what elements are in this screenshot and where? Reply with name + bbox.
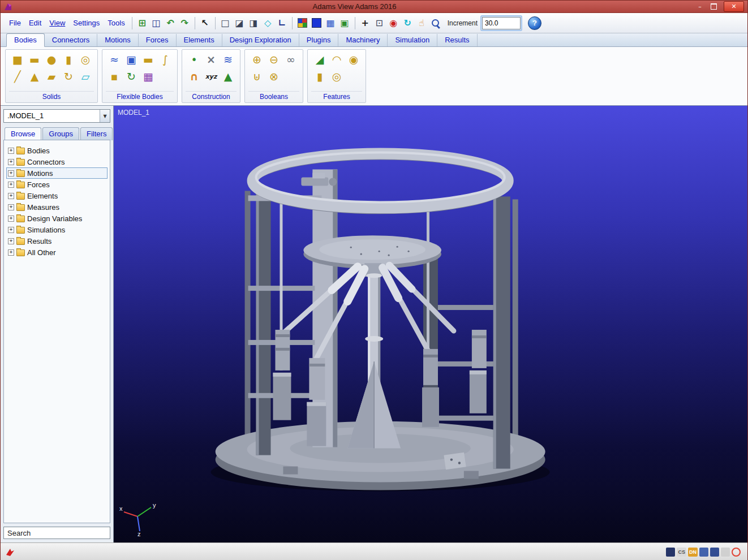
point-icon[interactable]: • <box>186 51 203 67</box>
expand-icon[interactable] <box>8 182 14 188</box>
xyz-triad-icon[interactable]: xyz <box>203 68 220 84</box>
expand-icon[interactable] <box>8 216 14 222</box>
shaded-view-icon[interactable]: ◪ <box>233 16 247 30</box>
menu-settings[interactable]: Settings <box>69 17 104 29</box>
tree-item-results[interactable]: Results <box>6 235 108 247</box>
plane-icon[interactable]: ▱ <box>77 68 94 84</box>
beam-icon[interactable]: ▬ <box>140 51 157 67</box>
tree-item-connectors[interactable]: Connectors <box>6 156 108 167</box>
plate-icon[interactable]: ▰ <box>43 68 60 84</box>
fe-part-icon[interactable]: ▣ <box>123 51 140 67</box>
model-selector[interactable]: .MODEL_1 ▼ <box>3 109 110 123</box>
select-pointer-icon[interactable]: ↖ <box>198 16 212 30</box>
tab-filters[interactable]: Filters <box>80 127 113 140</box>
tab-motions[interactable]: Motions <box>97 34 139 46</box>
discrete-link-icon[interactable]: ▪ <box>106 68 123 84</box>
origin-axes-icon[interactable]: ∟ <box>275 16 289 30</box>
save-database-icon[interactable]: ◫ <box>149 16 164 30</box>
fillet-icon[interactable]: ◠ <box>328 51 345 67</box>
intersect-icon[interactable]: ⊗ <box>265 68 282 84</box>
tab-browse[interactable]: Browse <box>5 127 41 140</box>
tree-item-all-other[interactable]: All Other <box>6 247 108 258</box>
search-input[interactable] <box>3 527 110 539</box>
link-icon[interactable]: ▬ <box>26 51 43 67</box>
rod-icon[interactable]: ╱ <box>9 68 26 84</box>
boss-icon[interactable]: ▮ <box>311 68 328 84</box>
increment-input[interactable] <box>482 17 521 29</box>
pan-view-icon[interactable]: ☝ <box>415 16 429 30</box>
cone-icon[interactable]: ▲ <box>26 68 43 84</box>
tree-item-measures[interactable]: Measures <box>6 201 108 213</box>
tab-simulation[interactable]: Simulation <box>388 34 437 46</box>
revolution-icon[interactable]: ↻ <box>60 68 77 84</box>
flex-curve-icon[interactable]: ∫ <box>157 51 174 67</box>
tree-item-forces[interactable]: Forces <box>6 179 108 190</box>
union-icon[interactable]: ⊕ <box>248 51 265 67</box>
minimize-button[interactable]: – <box>693 2 707 11</box>
expand-icon[interactable] <box>8 159 14 165</box>
expand-icon[interactable] <box>8 193 14 199</box>
chamfer-icon[interactable]: ◢ <box>311 51 328 67</box>
tree-item-simulations[interactable]: Simulations <box>6 224 108 235</box>
menu-file[interactable]: File <box>5 17 25 29</box>
help-button[interactable]: ? <box>528 16 541 30</box>
isometric-view-icon[interactable]: ◇ <box>261 16 275 30</box>
undo-icon[interactable]: ↶ <box>164 16 178 30</box>
wireframe-view-icon[interactable]: ◨ <box>247 16 261 30</box>
tree-item-design-variables[interactable]: Design Variables <box>6 213 108 224</box>
merge-icon[interactable]: ⊎ <box>248 68 265 84</box>
background-style-icon[interactable] <box>309 16 324 30</box>
rotate-view-icon[interactable]: ↻ <box>401 16 415 30</box>
tab-design-exploration[interactable]: Design Exploration <box>222 34 299 46</box>
shell-icon[interactable]: ◎ <box>328 68 345 84</box>
tab-results[interactable]: Results <box>437 34 477 46</box>
chain-icon[interactable]: ∞ <box>282 51 299 67</box>
expand-icon[interactable] <box>8 227 14 233</box>
cylinder-icon[interactable]: ▮ <box>60 51 77 67</box>
tab-bodies[interactable]: Bodies <box>6 33 45 47</box>
viewflex-icon[interactable]: ≈ <box>106 51 123 67</box>
translate-view-icon[interactable]: + <box>358 16 372 30</box>
tab-forces[interactable]: Forces <box>139 34 177 46</box>
chevron-down-icon[interactable]: ▼ <box>100 110 110 122</box>
table-editor-icon[interactable]: ▦ <box>324 16 338 30</box>
marker-icon[interactable]: ▲ <box>220 68 237 84</box>
polyline-icon[interactable]: × <box>203 51 220 67</box>
zoom-icon[interactable] <box>429 16 443 30</box>
close-button[interactable]: ✕ <box>724 1 744 12</box>
front-view-icon[interactable]: □ <box>218 16 233 30</box>
database-navigator-icon[interactable]: ▣ <box>338 16 352 30</box>
tab-machinery[interactable]: Machinery <box>338 34 388 46</box>
tab-plugins[interactable]: Plugins <box>299 34 339 46</box>
tree-item-elements[interactable]: Elements <box>6 190 108 201</box>
redo-icon[interactable]: ↷ <box>178 16 192 30</box>
tab-connectors[interactable]: Connectors <box>45 34 97 46</box>
box-icon[interactable]: ■ <box>9 51 26 67</box>
tree-item-bodies[interactable]: Bodies <box>6 145 108 156</box>
new-model-icon[interactable]: ⊞ <box>135 16 149 30</box>
arc-icon[interactable]: ∩ <box>186 68 203 84</box>
expand-icon[interactable] <box>8 170 14 176</box>
zoom-area-icon[interactable]: ⊡ <box>372 16 386 30</box>
tree-item-motions[interactable]: Motions <box>6 167 108 179</box>
tab-groups[interactable]: Groups <box>42 127 79 140</box>
subtract-icon[interactable]: ⊖ <box>265 51 282 67</box>
menu-edit[interactable]: Edit <box>25 17 45 29</box>
expand-icon[interactable] <box>8 249 14 256</box>
sphere-icon[interactable]: ● <box>43 51 60 67</box>
torus-icon[interactable]: ◎ <box>77 51 94 67</box>
hole-icon[interactable]: ◉ <box>345 51 362 67</box>
menu-view[interactable]: View <box>45 17 69 29</box>
tab-elements[interactable]: Elements <box>177 34 222 46</box>
rigid-to-flex-icon[interactable]: ↻ <box>123 68 140 84</box>
center-view-icon[interactable]: ◉ <box>386 16 401 30</box>
viewport-3d[interactable]: MODEL_1 <box>114 106 747 542</box>
expand-icon[interactable] <box>8 148 14 154</box>
expand-icon[interactable] <box>8 238 14 244</box>
expand-icon[interactable] <box>8 204 14 210</box>
color-grid-icon[interactable] <box>295 16 309 30</box>
modal-flex-icon[interactable]: ▦ <box>140 68 157 84</box>
maximize-button[interactable] <box>707 2 720 11</box>
menu-tools[interactable]: Tools <box>104 17 128 29</box>
spline-icon[interactable]: ≋ <box>220 51 237 67</box>
